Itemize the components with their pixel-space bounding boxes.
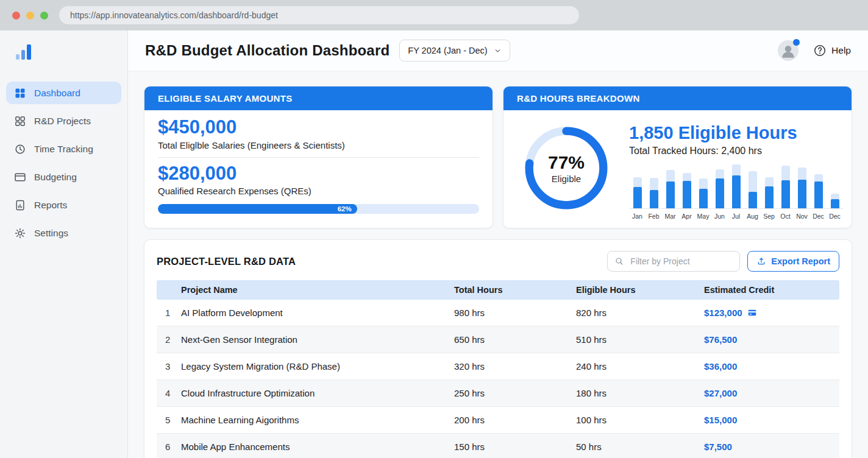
browser-chrome: https://app.innovateanalytics.com/dashbo… [0,0,868,30]
eligible-hours-cell: 510 hrs [576,334,704,345]
row-number: 1 [157,308,181,318]
project-level-data-card: PROJECT-LEVEL R&D DATA Export Report Pro… [144,239,852,458]
sidebar-item-reports[interactable]: Reports [6,194,121,216]
window-controls [12,12,48,19]
credit-value: $36,000 [704,361,737,372]
row-number: 2 [157,334,181,345]
minimize-window-button[interactable] [26,12,34,19]
qre-label: Qualified Research Expenses (QREs) [158,186,479,196]
table-row: 1 AI Platform Development 980 hrs 820 hr… [157,300,839,326]
clock-icon [14,143,26,155]
eligible-hours-cell: 50 hrs [576,442,704,452]
table-row: 3 Legacy System Migration (R&D Phase) 32… [157,353,839,380]
rd-hours-card: R&D HOURS BREAKDOWN 77% Eligible [503,86,852,228]
month-label: Jul [728,213,744,220]
sidebar-item-time-tracking[interactable]: Time Tracking [6,138,121,160]
gear-icon [14,227,26,239]
credit-value: $76,500 [704,334,737,345]
help-label: Help [831,45,851,56]
total-salaries-value: $450,000 [158,117,479,138]
month-bar [629,164,646,208]
table-header-row: Project Name Total Hours Eligible Hours … [157,280,839,300]
table-body: 1 AI Platform Development 980 hrs 820 hr… [157,300,839,458]
table-row: 5 Machine Learning Aigorithms 200 hrs 10… [157,407,839,434]
project-name-cell: Mobile App Enhancements [181,442,454,452]
table-row: 6 Mobile App Enhancements 150 hrs 50 hrs… [157,434,839,458]
month-label: Feb [646,213,662,220]
monthly-labels: JanFebMarAprMayJunJulAugSepOctNovDecDec [629,213,843,220]
question-circle-icon [813,44,827,57]
month-label: Jan [629,213,646,220]
report-icon [14,199,26,211]
dashboard-icon [14,87,26,99]
month-label: Apr [678,213,695,220]
month-label: Dec [810,213,827,220]
sidebar-item-rd-projects[interactable]: R&D Projects [6,110,121,132]
credit-value: $27,000 [704,388,737,398]
month-label: Dec [827,213,843,220]
sidebar-item-settings[interactable]: Settings [6,222,121,244]
page-title: R&D Budget Allocation Dashboard [145,42,390,59]
month-bar [695,164,711,208]
qre-progress-bar: 62% [158,204,479,214]
month-bar [662,164,678,208]
salary-card-header: ELIGIBLE SALARY AMOUNTS [144,86,493,110]
search-icon [614,256,624,266]
project-filter-input[interactable] [629,256,733,267]
monthly-bars [629,164,843,209]
credit-card-icon[interactable] [747,308,758,317]
credit-value: $15,000 [704,415,737,425]
estimated-credit-cell: $76,500 [704,334,839,345]
month-label: May [695,213,711,220]
notification-badge [793,39,800,46]
eligible-hours-donut-chart: 77% Eligible [514,116,618,220]
project-name-cell: AI Platform Development [181,308,454,318]
column-project-name: Project Name [181,285,454,295]
sidebar-item-dashboard[interactable]: Dashboard [6,82,121,104]
project-name-cell: Machine Learning Aigorithms [181,415,454,425]
help-button[interactable]: Help [813,44,851,57]
total-salaries-label: Total Eliglble Salaries (Engineers & Sci… [158,140,479,150]
month-bar [678,164,695,208]
estimated-credit-cell: $27,000 [704,388,839,398]
grid-icon [14,115,26,127]
eligible-hours-headline: 1,850 Eligible Hours [629,124,839,142]
table-row: 4 Cloud Infrastructure Optimization 250 … [157,380,839,407]
credit-value: $7,500 [704,442,732,452]
month-bar [761,164,777,208]
url-text: https://app.innovateanalytics.com/dashbo… [70,10,278,20]
browser-window: https://app.innovateanalytics.com/dashbo… [0,0,868,458]
month-label: Sep [761,213,777,220]
column-estimated-credit: Estimated Credit [704,285,839,295]
month-bar [810,164,827,208]
eligible-hours-cell: 240 hrs [576,361,704,372]
column-eligible-hours: Eligible Hours [576,285,704,295]
sidebar-item-budgeting[interactable]: Budgeting [6,166,121,188]
qre-progress-label: 62% [338,205,352,213]
zoom-window-button[interactable] [40,12,48,19]
eligible-hours-cell: 180 hrs [576,388,704,398]
credit-value: $123,000 [704,308,742,318]
month-bar [646,164,662,208]
export-report-button[interactable]: Export Report [747,251,839,272]
monthly-hours-bar-chart: JanFebMarAprMayJunJulAugSepOctNovDecDec [629,164,843,220]
month-label: Aug [744,213,761,220]
row-number: 6 [157,442,181,452]
total-hours-cell: 200 hrs [454,415,576,425]
project-name-cell: Cloud Infrastructure Optimization [181,388,454,398]
address-bar[interactable]: https://app.innovateanalytics.com/dashbo… [59,6,579,24]
table-title: PROJECT-LEVEL R&D DATA [157,256,296,267]
close-window-button[interactable] [12,12,20,19]
month-label: Nov [794,213,810,220]
sidebar-item-label: R&D Projects [34,116,91,127]
row-number: 5 [157,415,181,425]
donut-percent-label: 77% [548,152,585,173]
dashboard-content: ELIGIBLE SALARY AMOUNTS $450,000 Total E… [128,71,868,458]
month-bar [777,164,794,208]
project-filter-field[interactable] [607,251,740,272]
qre-progress-fill: 62% [158,204,357,214]
row-number: 3 [157,361,181,372]
fiscal-year-selector[interactable]: FY 2024 (Jan - Dec) [399,40,510,62]
row-number: 4 [157,388,181,398]
user-avatar[interactable] [778,40,799,61]
